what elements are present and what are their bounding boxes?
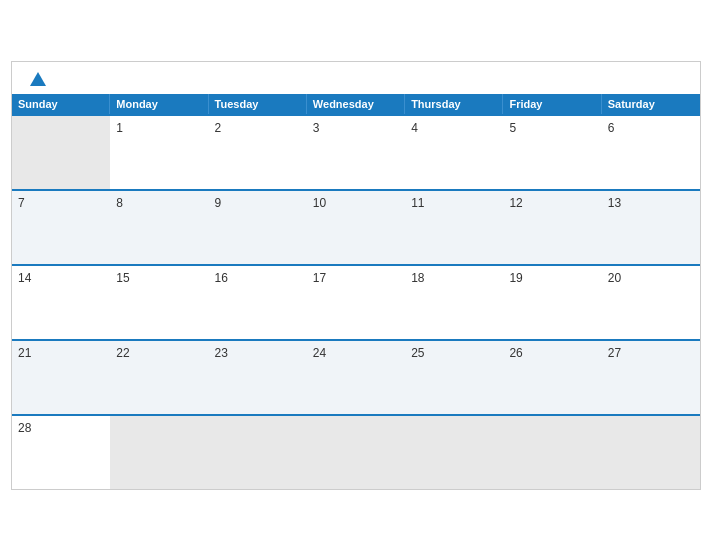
day-cell-15: 15 (110, 266, 208, 339)
day-cell-empty (12, 116, 110, 189)
day-cell-12: 12 (503, 191, 601, 264)
day-cell-4: 4 (405, 116, 503, 189)
week-row-4: 28 (12, 414, 700, 489)
day-cell-empty (209, 416, 307, 489)
week-row-0: 123456 (12, 114, 700, 189)
day-cell-28: 28 (12, 416, 110, 489)
day-cell-20: 20 (602, 266, 700, 339)
day-cell-2: 2 (209, 116, 307, 189)
day-cell-24: 24 (307, 341, 405, 414)
day-cell-26: 26 (503, 341, 601, 414)
day-headers-row: SundayMondayTuesdayWednesdayThursdayFrid… (12, 94, 700, 114)
day-cell-14: 14 (12, 266, 110, 339)
day-cell-13: 13 (602, 191, 700, 264)
day-cell-22: 22 (110, 341, 208, 414)
day-cell-18: 18 (405, 266, 503, 339)
week-row-1: 78910111213 (12, 189, 700, 264)
day-cell-21: 21 (12, 341, 110, 414)
day-cell-11: 11 (405, 191, 503, 264)
day-cell-1: 1 (110, 116, 208, 189)
day-header-monday: Monday (110, 94, 208, 114)
day-cell-empty (405, 416, 503, 489)
logo (28, 72, 46, 86)
day-cell-25: 25 (405, 341, 503, 414)
day-header-sunday: Sunday (12, 94, 110, 114)
day-cell-empty (110, 416, 208, 489)
day-cell-17: 17 (307, 266, 405, 339)
day-cell-19: 19 (503, 266, 601, 339)
week-row-2: 14151617181920 (12, 264, 700, 339)
day-cell-7: 7 (12, 191, 110, 264)
day-cell-6: 6 (602, 116, 700, 189)
day-cell-16: 16 (209, 266, 307, 339)
day-header-thursday: Thursday (405, 94, 503, 114)
calendar-header (12, 62, 700, 94)
day-header-tuesday: Tuesday (209, 94, 307, 114)
day-header-wednesday: Wednesday (307, 94, 405, 114)
day-cell-3: 3 (307, 116, 405, 189)
day-cell-10: 10 (307, 191, 405, 264)
day-cell-9: 9 (209, 191, 307, 264)
logo-triangle-icon (30, 72, 46, 86)
calendar: SundayMondayTuesdayWednesdayThursdayFrid… (11, 61, 701, 490)
day-cell-23: 23 (209, 341, 307, 414)
day-cell-empty (503, 416, 601, 489)
week-row-3: 21222324252627 (12, 339, 700, 414)
day-cell-27: 27 (602, 341, 700, 414)
day-cell-5: 5 (503, 116, 601, 189)
calendar-grid: 1234567891011121314151617181920212223242… (12, 114, 700, 489)
day-header-saturday: Saturday (602, 94, 700, 114)
day-cell-empty (602, 416, 700, 489)
day-header-friday: Friday (503, 94, 601, 114)
day-cell-empty (307, 416, 405, 489)
day-cell-8: 8 (110, 191, 208, 264)
